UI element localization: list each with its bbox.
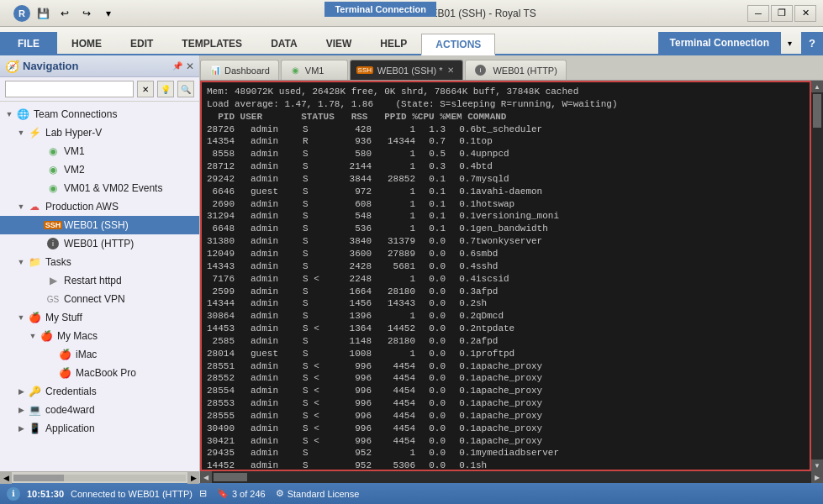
process-row: 12049adminS3600278890.00.6 smbd (207, 248, 805, 260)
sidebar-item-code4ward[interactable]: ▶ 💻 code4ward (0, 401, 199, 419)
process-row: 28553adminS <99644540.00.1 apache_proxy (207, 397, 805, 410)
status-message: Connected to WEB01 (HTTP) (71, 489, 193, 499)
qat-overflow[interactable]: ▾ (99, 4, 118, 23)
expand-arrow: ▼ (15, 258, 27, 266)
expand-arrow: ▼ (3, 110, 15, 118)
scroll-right[interactable]: ▶ (187, 472, 199, 484)
search-options-button[interactable]: 💡 (157, 81, 174, 97)
tab-edit[interactable]: EDIT (116, 32, 167, 54)
hyperv-icon: ⚡ (27, 125, 42, 140)
tab-view[interactable]: VIEW (312, 32, 367, 54)
close-button[interactable]: ✕ (794, 5, 816, 22)
process-row: 6648adminS53610.10.1 gen_bandwidth (207, 223, 805, 235)
process-row: 2599adminS1664281800.00.3 afpd (207, 286, 805, 298)
tab-help[interactable]: HELP (366, 32, 421, 54)
undo-button[interactable]: ↩ (55, 4, 74, 23)
tab-file[interactable]: FILE (0, 32, 57, 54)
scroll-left[interactable]: ◀ (0, 472, 12, 484)
process-row: 30421adminS <99644540.00.1 apache_proxy (207, 435, 805, 448)
sidebar-item-lab-hyperv[interactable]: ▼ ⚡ Lab Hyper-V (0, 123, 199, 142)
expand-arrow: ▶ (15, 424, 27, 433)
terminal-display[interactable]: Mem: 489072K used, 26428K free, 0K shrd,… (200, 81, 811, 471)
sidebar-item-web01-http[interactable]: i WEB01 (HTTP) (0, 234, 199, 253)
restore-button[interactable]: ❐ (771, 5, 793, 22)
sidebar-item-macbook-pro[interactable]: 🍎 MacBook Pro (0, 364, 199, 382)
search-input[interactable] (5, 81, 134, 97)
bottom-scroll-left[interactable]: ◀ (200, 471, 212, 483)
sidebar-item-my-macs[interactable]: ▼ 🍎 My Macs (0, 327, 199, 345)
tab-close-button[interactable]: ✕ (447, 66, 454, 75)
ribbon: FILE HOME EDIT TEMPLATES DATA VIEW HELP … (0, 27, 823, 55)
tree-item-label: MacBook Pro (76, 367, 136, 379)
quick-access-toolbar: R 💾 ↩ ↪ ▾ (7, 4, 118, 23)
status-time: 10:51:30 (27, 489, 64, 499)
ribbon-tab-bar: FILE HOME EDIT TEMPLATES DATA VIEW HELP … (0, 27, 823, 54)
sidebar-item-connect-vpn[interactable]: GS Connect VPN (0, 290, 199, 308)
sidebar-item-vm-events[interactable]: ◉ VM01 & VM02 Events (0, 179, 199, 197)
tab-dashboard[interactable]: 📊 Dashboard (200, 60, 279, 80)
sidebar-item-tasks[interactable]: ▼ 📁 Tasks (0, 253, 199, 271)
tab-data[interactable]: DATA (256, 32, 312, 54)
count-icon: 🔖 (217, 488, 229, 499)
bottom-scroll-track (212, 471, 811, 483)
scroll-down-button[interactable]: ▼ (811, 459, 823, 471)
main-layout: 🧭 Navigation 📌 ✕ ✕ 💡 🔍 ▼ 🌐 Team Connecti… (0, 55, 823, 483)
sidebar-item-my-stuff[interactable]: ▼ 🍎 My Stuff (0, 308, 199, 327)
process-row: 14344adminS1456143430.00.2 sh (207, 297, 805, 310)
redo-button[interactable]: ↪ (77, 4, 96, 23)
terminal-connection-tab[interactable]: Terminal Connection (658, 32, 781, 54)
bottom-scroll-right[interactable]: ▶ (811, 471, 823, 483)
status-bar: ℹ 10:51:30 Connected to WEB01 (HTTP) ⊟ 🔖… (0, 483, 823, 504)
scroll-track (811, 92, 823, 459)
tab-web01-ssh[interactable]: SSH WEB01 (SSH) * ✕ (350, 60, 464, 80)
tab-web01-http[interactable]: i WEB01 (HTTP) (465, 60, 566, 80)
tree-item-label: code4ward (45, 404, 95, 416)
tree-item-label: iMac (76, 349, 97, 360)
nav-close-button[interactable]: ✕ (186, 60, 194, 72)
sidebar-item-application[interactable]: ▶ 📱 Application (0, 419, 199, 438)
expand-arrow: ▼ (15, 313, 27, 322)
tree-item-label: VM01 & VM02 Events (64, 182, 162, 194)
sidebar-item-imac[interactable]: 🍎 iMac (0, 345, 199, 364)
mem-line: Mem: 489072K used, 26428K free, 0K shrd,… (207, 86, 805, 98)
license-icon: ⚙ (276, 488, 284, 499)
sidebar-item-vm2[interactable]: ◉ VM2 (0, 160, 199, 179)
sidebar-item-web01-ssh[interactable]: SSH WEB01 (SSH) (0, 216, 199, 234)
status-icon: ℹ (7, 487, 20, 501)
sidebar-item-credentials[interactable]: ▶ 🔑 Credentials (0, 382, 199, 401)
terminal-bottom-scrollbar[interactable]: ◀ ▶ (200, 471, 823, 483)
app-icon: R (13, 5, 30, 22)
minimize-button[interactable]: ─ (747, 5, 769, 22)
process-row: 2585adminS1148281800.00.2 afpd (207, 335, 805, 348)
aws-icon: ☁ (27, 199, 42, 214)
help-button[interactable]: ? (801, 32, 823, 54)
navigation-icon: 🧭 (5, 60, 19, 73)
save-button[interactable]: 💾 (34, 4, 52, 23)
process-row: 30490adminS <99644540.00.1 apache_proxy (207, 423, 805, 435)
license-text: Standard License (288, 489, 360, 499)
count-badge: 🔖 3 of 246 (217, 488, 266, 499)
sidebar-item-team-connections[interactable]: ▼ 🌐 Team Connections (0, 105, 199, 123)
tab-templates[interactable]: TEMPLATES (167, 32, 256, 54)
process-row: 30864adminS139610.00.2 qDmcd (207, 310, 805, 323)
scroll-up-button[interactable]: ▲ (811, 81, 823, 92)
process-row: 28712adminS214410.30.4 btd (207, 160, 805, 173)
sidebar-item-vm1[interactable]: ◉ VM1 (0, 142, 199, 160)
tab-home[interactable]: HOME (57, 32, 116, 54)
nav-scrollbar[interactable]: ◀ ▶ (0, 471, 199, 483)
clear-search-button[interactable]: ✕ (137, 81, 154, 97)
filter-icon: ⊟ (199, 488, 207, 499)
pin-button[interactable]: 📌 (172, 61, 182, 71)
terminal-scrollbar[interactable]: ▲ ▼ (811, 81, 823, 471)
tab-vm1[interactable]: ◉ VM1 (281, 60, 348, 80)
header-line: PID USER STATUS RSS PPID %CPU %MEM COMMA… (207, 111, 805, 123)
tab-actions[interactable]: ACTIONS (421, 34, 495, 55)
search-filter-button[interactable]: 🔍 (177, 81, 194, 97)
ribbon-overflow-btn[interactable]: ▾ (781, 32, 798, 54)
sidebar-item-production-aws[interactable]: ▼ ☁ Production AWS (0, 197, 199, 216)
terminal-connection-badge: Terminal Connection (324, 2, 436, 17)
tree-item-label: My Stuff (45, 312, 82, 323)
expand-arrow: ▶ (15, 387, 27, 396)
sidebar-item-restart-httpd[interactable]: ▶ Restart httpd (0, 271, 199, 290)
license-badge: ⚙ Standard License (276, 488, 360, 499)
